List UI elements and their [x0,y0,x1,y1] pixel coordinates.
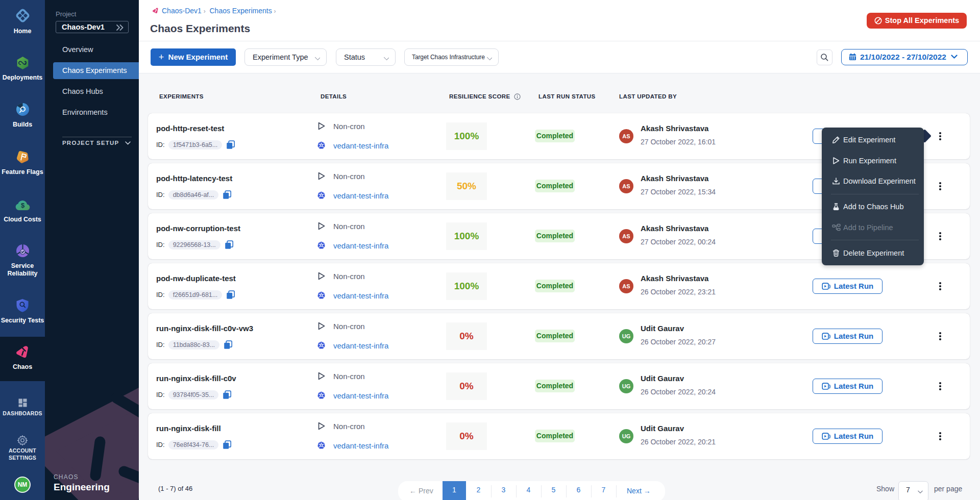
svg-text:$: $ [20,202,24,209]
